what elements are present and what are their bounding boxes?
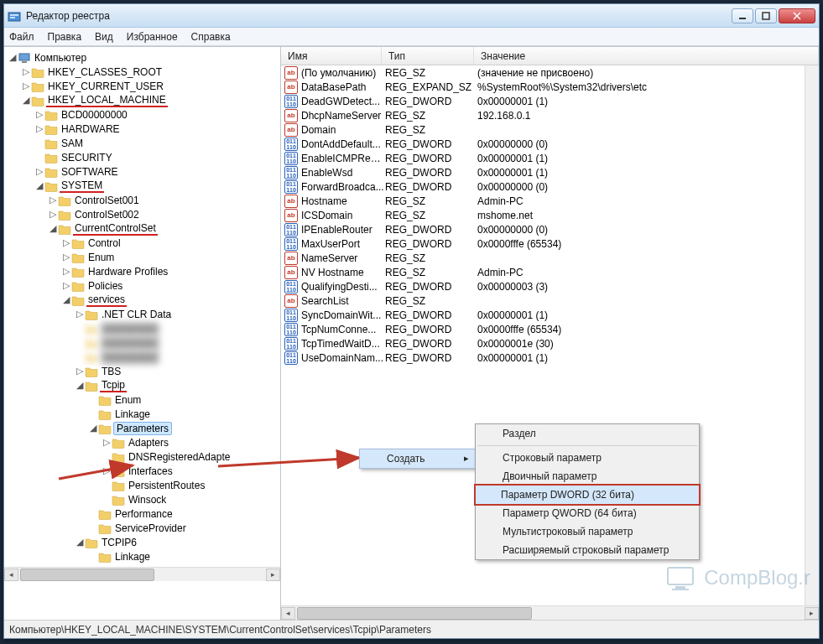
- tree-node[interactable]: SAM: [4, 136, 280, 150]
- twisty-icon[interactable]: ◢: [75, 537, 85, 548]
- tree-node[interactable]: ◢ TCPIP6: [4, 535, 280, 549]
- ctx-new-key[interactable]: Раздел: [476, 424, 699, 443]
- value-row[interactable]: 011110 TcpNumConne... REG_DWORD 0x0000ff…: [281, 322, 805, 336]
- twisty-icon[interactable]: ▷: [61, 280, 71, 291]
- tree-node[interactable]: ▷ HKEY_CLASSES_ROOT: [4, 65, 280, 79]
- value-row[interactable]: 011110 EnableICMPRedi... REG_DWORD 0x000…: [281, 151, 805, 165]
- tree-node[interactable]: Linkage: [4, 407, 280, 421]
- value-row[interactable]: ab (По умолчанию) REG_SZ (значение не пр…: [281, 65, 805, 80]
- tree-node[interactable]: ◢ SYSTEM: [4, 179, 280, 193]
- value-row[interactable]: 011110 DontAddDefault... REG_DWORD 0x000…: [281, 137, 805, 151]
- twisty-icon[interactable]: ◢: [88, 423, 98, 434]
- value-row[interactable]: 011110 SyncDomainWit... REG_DWORD 0x0000…: [281, 308, 805, 322]
- value-row[interactable]: 011110 IPEnableRouter REG_DWORD 0x000000…: [281, 222, 805, 236]
- value-row[interactable]: 011110 TcpTimedWaitD... REG_DWORD 0x0000…: [281, 336, 805, 351]
- tree-node[interactable]: Winsock: [4, 492, 280, 506]
- twisty-icon[interactable]: ▷: [61, 237, 71, 248]
- tree-node[interactable]: ◢ Parameters: [4, 421, 280, 435]
- twisty-icon[interactable]: ▷: [75, 309, 85, 319]
- close-button[interactable]: [779, 8, 815, 23]
- value-row[interactable]: ab NV Hostname REG_SZ Admin-PC: [281, 265, 805, 279]
- twisty-icon[interactable]: ▷: [61, 266, 71, 277]
- ctx-new-expand[interactable]: Расширяемый строковый параметр: [476, 541, 699, 559]
- tree-node[interactable]: ▷ Control: [4, 236, 280, 250]
- twisty-icon[interactable]: ▷: [21, 66, 31, 77]
- twisty-icon[interactable]: ◢: [61, 294, 71, 305]
- menu-fav[interactable]: Избранное: [127, 31, 178, 43]
- ctx-new-dword[interactable]: Параметр DWORD (32 бита): [474, 484, 701, 506]
- col-value[interactable]: Значение: [474, 47, 819, 65]
- ctx-create[interactable]: Создать: [359, 449, 477, 469]
- tree-node[interactable]: ◢ Компьютер: [4, 50, 280, 65]
- tree-node[interactable]: ▷ HARDWARE: [4, 122, 280, 136]
- tree-node[interactable]: ▷ SOFTWARE: [4, 164, 280, 179]
- menu-file[interactable]: Файл: [9, 31, 34, 43]
- value-row[interactable]: ab Domain REG_SZ: [281, 122, 805, 137]
- twisty-icon[interactable]: ▷: [48, 209, 58, 220]
- twisty-icon[interactable]: ▷: [48, 195, 58, 205]
- twisty-icon[interactable]: ▷: [34, 109, 44, 120]
- value-row[interactable]: ab NameServer REG_SZ: [281, 251, 805, 265]
- tree-node[interactable]: ▷ ControlSet002: [4, 207, 280, 221]
- twisty-icon[interactable]: ▷: [102, 437, 112, 448]
- value-row[interactable]: 011110 MaxUserPort REG_DWORD 0x0000fffe …: [281, 236, 805, 251]
- folder-icon: [71, 236, 85, 250]
- menu-help[interactable]: Справка: [191, 31, 231, 43]
- twisty-icon[interactable]: ◢: [21, 95, 31, 106]
- twisty-icon[interactable]: ◢: [48, 223, 58, 234]
- twisty-icon[interactable]: ▷: [34, 166, 44, 177]
- twisty-icon[interactable]: ◢: [34, 180, 44, 191]
- tree-label: Performance: [113, 508, 174, 520]
- value-name: DataBasePath: [301, 81, 385, 93]
- value-row[interactable]: ab DataBasePath REG_EXPAND_SZ %SystemRoo…: [281, 80, 805, 94]
- twisty-icon[interactable]: ◢: [8, 52, 18, 63]
- tree-node[interactable]: ▷ TBS: [4, 364, 280, 378]
- menu-edit[interactable]: Правка: [48, 31, 82, 43]
- list-scrollbar-v[interactable]: [805, 65, 819, 605]
- titlebar[interactable]: Редактор реестра: [4, 4, 819, 28]
- ctx-new-multi[interactable]: Мультистроковый параметр: [476, 522, 699, 541]
- col-type[interactable]: Тип: [382, 47, 474, 65]
- tree-node[interactable]: Performance: [4, 506, 280, 521]
- twisty-icon[interactable]: ◢: [75, 380, 85, 391]
- col-name[interactable]: Имя: [281, 47, 382, 65]
- tree-node[interactable]: ▷ BCD00000000: [4, 107, 280, 122]
- menu-view[interactable]: Вид: [95, 31, 113, 43]
- ctx-new-qword[interactable]: Параметр QWORD (64 бита): [476, 504, 699, 522]
- tree-node[interactable]: ▷ ControlSet001: [4, 193, 280, 207]
- twisty-icon[interactable]: ▷: [75, 366, 85, 377]
- value-name: DeadGWDetect...: [301, 96, 385, 107]
- tree-node[interactable]: ◢ Tcpip: [4, 378, 280, 392]
- value-row[interactable]: ab Hostname REG_SZ Admin-PC: [281, 194, 805, 208]
- value-row[interactable]: 011110 UseDomainNam... REG_DWORD 0x00000…: [281, 351, 805, 365]
- tree-node[interactable]: ServiceProvider: [4, 521, 280, 535]
- tree-node[interactable]: ◢ services: [4, 293, 280, 307]
- tree-node[interactable]: Enum: [4, 392, 280, 407]
- tree-pane[interactable]: ◢ Компьютер ▷ HKEY_CLASSES_ROOT ▷ HKEY_C…: [4, 47, 281, 620]
- value-row[interactable]: ab ICSDomain REG_SZ mshome.net: [281, 208, 805, 222]
- tree-node[interactable]: ▷ Enum: [4, 250, 280, 264]
- tree-node[interactable]: ▷ .NET CLR Data: [4, 307, 280, 321]
- twisty-icon[interactable]: ▷: [34, 123, 44, 134]
- tree-node[interactable]: ▷ Policies: [4, 278, 280, 293]
- value-row[interactable]: 011110 DeadGWDetect... REG_DWORD 0x00000…: [281, 94, 805, 108]
- value-row[interactable]: ab SearchList REG_SZ: [281, 293, 805, 308]
- value-row[interactable]: 011110 EnableWsd REG_DWORD 0x00000001 (1…: [281, 165, 805, 179]
- tree-node[interactable]: ◢ HKEY_LOCAL_MACHINE: [4, 93, 280, 107]
- tree-node[interactable]: ▷ Hardware Profiles: [4, 264, 280, 278]
- value-row[interactable]: 011110 ForwardBroadca... REG_DWORD 0x000…: [281, 179, 805, 194]
- tree-node[interactable]: SECURITY: [4, 150, 280, 164]
- ctx-new-string[interactable]: Строковый параметр: [476, 449, 699, 467]
- list-scrollbar-h[interactable]: ◂▸: [281, 605, 819, 620]
- tree-node[interactable]: Linkage: [4, 549, 280, 564]
- maximize-button[interactable]: [755, 8, 777, 23]
- ctx-new-binary[interactable]: Двоичный параметр: [476, 467, 699, 486]
- tree-node[interactable]: ▷ HKEY_CURRENT_USER: [4, 79, 280, 93]
- twisty-icon[interactable]: ▷: [61, 252, 71, 262]
- value-row[interactable]: 011110 QualifyingDesti... REG_DWORD 0x00…: [281, 279, 805, 293]
- tree-node[interactable]: ◢ CurrentControlSet: [4, 221, 280, 236]
- tree-scrollbar-h[interactable]: ◂▸: [4, 567, 280, 581]
- twisty-icon[interactable]: ▷: [21, 80, 31, 91]
- value-row[interactable]: ab DhcpNameServer REG_SZ 192.168.0.1: [281, 108, 805, 122]
- minimize-button[interactable]: [732, 8, 753, 23]
